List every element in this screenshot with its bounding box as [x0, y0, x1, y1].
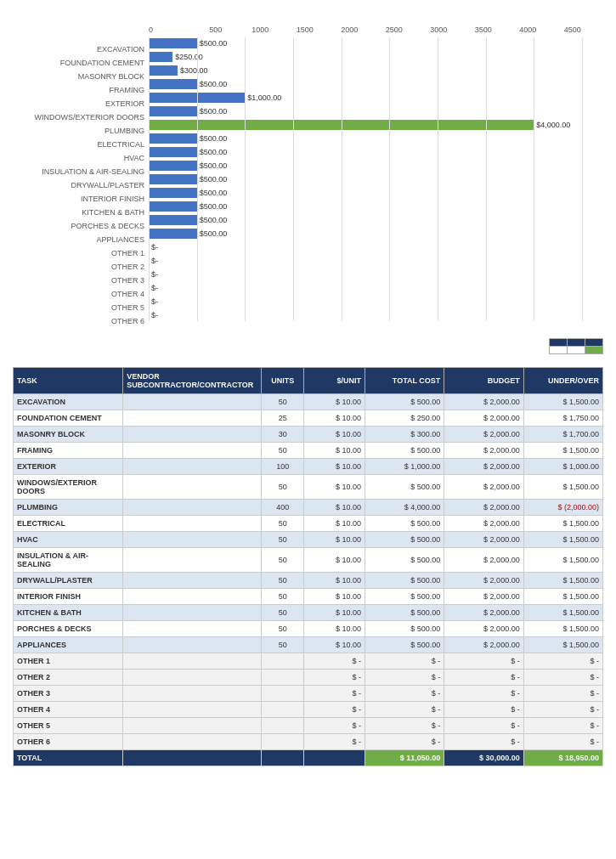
units-cell: 50 [262, 589, 304, 605]
vendor-cell [123, 394, 262, 410]
bar-value: $- [151, 297, 158, 306]
total-cost-cell: $ 500.00 [365, 475, 444, 500]
header-total-cost: TOTAL COST [365, 368, 444, 394]
task-cell: MASONRY BLOCK [14, 427, 123, 443]
task-cell: FRAMING [14, 443, 123, 459]
bar-value: $1,000.00 [247, 93, 281, 102]
y-label: HVAC [13, 151, 144, 165]
table-row: PORCHES & DECKS 50 $ 10.00 $ 500.00 $ 2,… [14, 621, 603, 637]
table-row: HVAC 50 $ 10.00 $ 500.00 $ 2,000.00 $ 1,… [14, 532, 603, 548]
chart-row: $500.00 [149, 37, 595, 49]
total-cost-value: $ 11,050.00 [365, 750, 444, 766]
chart-row: $500.00 [149, 133, 595, 144]
under-over-cell: $ 1,500.00 [523, 532, 602, 548]
total-cost-cell: $ - [365, 686, 444, 702]
total-cost-cell: $ - [365, 734, 444, 750]
total-cost-cell: $ 500.00 [365, 443, 444, 459]
chart-bar [149, 38, 197, 48]
vendor-cell [123, 702, 262, 718]
bar-value: $4,000.00 [536, 121, 570, 129]
units-cell: 400 [262, 500, 304, 516]
under-over-cell: $ 1,500.00 [523, 443, 602, 459]
chart-row: $4,000.00 [149, 119, 595, 131]
chart-row: $250.00 [149, 51, 595, 63]
y-label: OTHER 4 [13, 287, 144, 301]
chart-bar [149, 215, 197, 225]
vendor-cell [123, 734, 262, 750]
bar-value: $500.00 [200, 189, 228, 197]
table-row: ELECTRICAL 50 $ 10.00 $ 500.00 $ 2,000.0… [14, 516, 603, 532]
bar-rows: $500.00 $250.00 $300.00 $500.00 [149, 37, 595, 321]
bar-value: $- [151, 243, 158, 251]
budget-cell: $ 2,000.00 [444, 394, 523, 410]
chart-row: $- [149, 268, 595, 280]
units-cell: 50 [262, 637, 304, 653]
bar-value: $500.00 [200, 107, 228, 116]
y-label: EXCAVATION [13, 42, 144, 56]
budget-cell: $ 2,000.00 [444, 443, 523, 459]
unit-cost-cell: $ 10.00 [304, 394, 365, 410]
unit-cost-cell: $ 10.00 [304, 573, 365, 589]
units-cell [262, 670, 304, 686]
under-over-cell: $ 1,500.00 [523, 621, 602, 637]
unit-cost-cell: $ 10.00 [304, 410, 365, 427]
bar-value: $- [151, 270, 158, 279]
unit-cost-cell: $ 10.00 [304, 516, 365, 532]
chart-row: $500.00 [149, 187, 595, 199]
unit-cost-cell: $ 10.00 [304, 621, 365, 637]
chart-bar [149, 93, 245, 103]
task-cell: EXTERIOR [14, 459, 123, 475]
y-label: WINDOWS/EXTERIOR DOORS [13, 110, 144, 124]
table-row: OTHER 6 $ - $ - $ - $ - [14, 734, 603, 750]
chart-row: $- [149, 296, 595, 308]
x-axis-labels: 050010001500200025003000350040004500 [149, 25, 595, 34]
y-label: FRAMING [13, 83, 144, 97]
x-label: 0 [149, 25, 194, 34]
total-cost-cell: $ 300.00 [365, 427, 444, 443]
x-label: 3500 [461, 25, 506, 34]
chart-bar [149, 120, 534, 130]
y-label: FOUNDATION CEMENT [13, 56, 144, 70]
total-unit-cost [304, 750, 365, 766]
chart-bar [149, 65, 178, 76]
budget-cell: $ 2,000.00 [444, 637, 523, 653]
y-label: OTHER 6 [13, 314, 144, 328]
y-label: EXTERIOR [13, 97, 144, 110]
under-over-header [585, 339, 603, 347]
task-cell: ELECTRICAL [14, 516, 123, 532]
chart-bar [149, 52, 172, 62]
budget-cell: $ - [444, 702, 523, 718]
bar-value: $500.00 [200, 134, 228, 143]
y-label: KITCHEN & BATH [13, 206, 144, 219]
budget-cell: $ - [444, 718, 523, 734]
units-cell: 30 [262, 427, 304, 443]
y-label: MASONRY BLOCK [13, 70, 144, 83]
header-budget: BUDGET [444, 368, 523, 394]
vendor-cell [123, 443, 262, 459]
under-over-value [585, 347, 603, 354]
chart-row: $- [149, 255, 595, 267]
vendor-cell [123, 653, 262, 670]
bar-value: $- [151, 311, 158, 319]
chart-bar [149, 79, 197, 89]
vendor-cell [123, 637, 262, 653]
chart-row: $- [149, 282, 595, 294]
y-label: OTHER 3 [13, 274, 144, 287]
vendor-cell [123, 718, 262, 734]
table-row: OTHER 4 $ - $ - $ - $ - [14, 702, 603, 718]
table-row: INTERIOR FINISH 50 $ 10.00 $ 500.00 $ 2,… [14, 589, 603, 605]
total-row: TOTAL $ 11,050.00 $ 30,000.00 $ 18,950.0… [14, 750, 603, 766]
task-cell: KITCHEN & BATH [14, 605, 123, 621]
units-cell: 25 [262, 410, 304, 427]
header-unit-cost: $/UNIT [304, 368, 365, 394]
budget-cell: $ 2,000.00 [444, 475, 523, 500]
units-cell [262, 702, 304, 718]
chart-bar [149, 161, 197, 171]
unit-cost-cell: $ 10.00 [304, 637, 365, 653]
task-cell: INTERIOR FINISH [14, 589, 123, 605]
total-cost-cell: $ 4,000.00 [365, 500, 444, 516]
bar-value: $500.00 [200, 39, 228, 48]
budget-cell: $ 2,000.00 [444, 516, 523, 532]
vendor-cell [123, 686, 262, 702]
vendor-cell [123, 516, 262, 532]
